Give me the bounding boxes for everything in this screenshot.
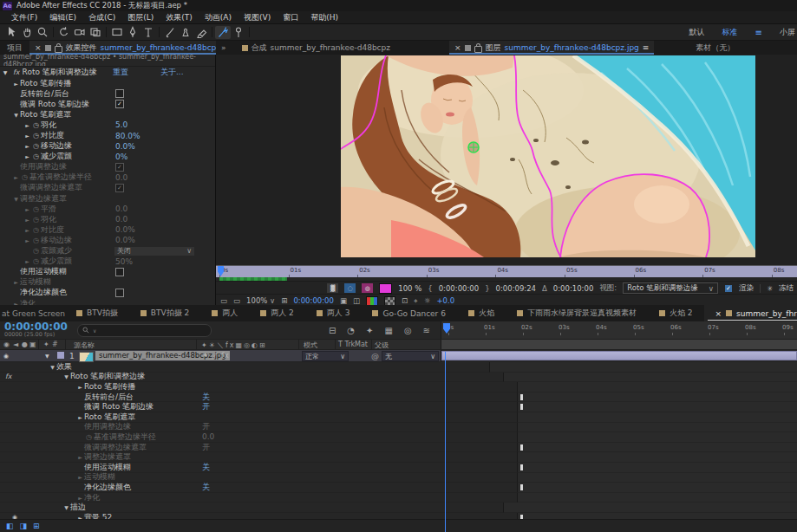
chevron-down-icon[interactable]: ▼ bbox=[45, 353, 49, 359]
alpha-opacity-value[interactable]: 100 % bbox=[398, 284, 421, 293]
duration-time[interactable]: 0:00:10:00 bbox=[553, 284, 593, 293]
property-track[interactable] bbox=[517, 452, 797, 463]
effect-property-row[interactable]: ►运动模糊 bbox=[0, 277, 215, 288]
reset-link[interactable]: 重置 bbox=[113, 67, 128, 78]
timeline-tab[interactable]: 下雨雨水绿屏背景逼真视频素材 bbox=[506, 305, 648, 321]
close-icon[interactable]: × bbox=[454, 43, 461, 52]
zoom-select[interactable]: 100% ∨ bbox=[246, 296, 275, 305]
tab-project[interactable]: 项目 bbox=[0, 42, 29, 54]
in-time[interactable]: 0:00:00:00 bbox=[439, 284, 479, 293]
effect-property-row[interactable]: ►◷减少震颤50% bbox=[0, 256, 215, 267]
timeline-property-row[interactable]: 净化边缘颜色关 bbox=[0, 483, 797, 493]
effect-property-row[interactable]: ►◷平滑0.0 bbox=[0, 204, 215, 214]
viewer-time-ruler[interactable]: 0s01s02s03s04s05s06s07s08s bbox=[216, 265, 797, 277]
viewer-canvas[interactable] bbox=[216, 55, 797, 266]
effect-property-row[interactable]: ►◷基准调整边缘半径0.0 bbox=[0, 172, 215, 183]
stopwatch-icon[interactable]: ◷ bbox=[31, 132, 41, 139]
stopwatch-icon[interactable]: ◷ bbox=[31, 121, 41, 129]
lock-icon[interactable] bbox=[55, 46, 62, 53]
layer-duration-track[interactable] bbox=[441, 350, 797, 362]
chevron-right-icon[interactable]: ► bbox=[23, 143, 31, 149]
property-checkbox[interactable] bbox=[115, 289, 124, 297]
chevron-down-icon[interactable]: ▼ bbox=[12, 112, 20, 118]
chevron-right-icon[interactable]: ► bbox=[76, 474, 84, 480]
keyframe-mark[interactable] bbox=[520, 464, 523, 470]
chevron-right-icon[interactable]: ► bbox=[23, 237, 31, 243]
effect-property-row[interactable]: 净化边缘颜色 bbox=[0, 288, 215, 298]
timeline-property-row[interactable]: ►净化 bbox=[0, 493, 797, 503]
tab-layer[interactable]: × 图层 summer_by_fhrankee-d48bcpz.jpg ≡ bbox=[449, 41, 654, 55]
brush-tool-icon[interactable] bbox=[162, 26, 178, 39]
pen-tool-icon[interactable] bbox=[125, 26, 140, 39]
timeline-tab[interactable]: 两人 2 bbox=[249, 305, 305, 321]
pan-behind-tool-icon[interactable] bbox=[88, 26, 103, 39]
layer-row[interactable]: ◉ ▼ 1 summer_by_fhrankee-d48bcpz.jpg ✦ ／… bbox=[0, 350, 797, 362]
effect-property-row[interactable]: ►◷羽化5.0 bbox=[0, 120, 215, 130]
effect-property-row[interactable]: ▼调整边缘遮罩 bbox=[0, 193, 215, 204]
property-value[interactable]: 50% bbox=[115, 257, 133, 266]
timeline-tab[interactable]: 火焰 2 bbox=[648, 305, 704, 321]
timeline-tab-active[interactable]: ×summer_by_fhrankee-d48bcpz bbox=[704, 305, 797, 321]
property-track[interactable] bbox=[517, 473, 797, 483]
always-preview-icon[interactable]: ▭ bbox=[220, 296, 227, 305]
current-time-display[interactable]: 0:00:00:00 00000 (25.00 fps) bbox=[0, 322, 77, 338]
parent-column[interactable]: 父级 bbox=[375, 341, 389, 350]
property-value[interactable]: 0.0 bbox=[115, 204, 127, 213]
menu-item[interactable]: 合成(C) bbox=[82, 12, 121, 23]
lock-icon[interactable] bbox=[474, 46, 482, 53]
property-value[interactable]: 0% bbox=[115, 152, 127, 161]
region-of-interest-icon[interactable]: ⊡ bbox=[402, 296, 408, 305]
property-value[interactable]: 0.0 bbox=[115, 173, 127, 182]
workspace-3[interactable]: 小屏 bbox=[780, 27, 795, 38]
property-toggle-value[interactable]: 关 bbox=[202, 482, 210, 493]
property-track[interactable] bbox=[489, 362, 797, 373]
timeline-property-row[interactable]: 使用运动模糊关 bbox=[0, 463, 797, 473]
property-track[interactable] bbox=[503, 503, 797, 513]
timeline-property-row[interactable]: ▼描边 bbox=[0, 503, 797, 513]
effect-property-row[interactable]: ►◷移动边缘0.0% bbox=[0, 141, 215, 152]
property-checkbox[interactable]: ✓ bbox=[115, 100, 124, 108]
chevron-right-icon[interactable]: ► bbox=[23, 153, 31, 159]
toggle-alpha-icon[interactable]: ▓ bbox=[327, 283, 338, 293]
effect-header-row[interactable]: ▼ fx Roto 笔刷和调整边缘 重置 关于... bbox=[0, 67, 215, 78]
workspace-menu-icon[interactable]: ≡ bbox=[755, 28, 762, 37]
out-time[interactable]: 0:00:09:24 bbox=[496, 284, 536, 293]
effect-property-row[interactable]: ►◷对比度0.0% bbox=[0, 224, 215, 235]
menu-item[interactable]: 视图(V) bbox=[238, 12, 277, 23]
stopwatch-icon[interactable]: ◷ bbox=[31, 257, 41, 265]
effect-property-row[interactable]: ▼Roto 笔刷遮罩 bbox=[0, 109, 215, 120]
transparency-grid-icon[interactable] bbox=[384, 296, 395, 306]
property-value[interactable]: 80.0% bbox=[115, 132, 140, 140]
mini-flowchart-icon[interactable]: ⊟ bbox=[329, 326, 336, 335]
rotation-tool-icon[interactable] bbox=[56, 26, 72, 39]
tab-composition[interactable]: 合成 summer_by_fhrankee-d48bcpz bbox=[235, 42, 397, 54]
property-track[interactable] bbox=[517, 393, 797, 403]
parent-select[interactable]: 无∨ bbox=[382, 351, 439, 361]
effect-property-row[interactable]: 使用运动模糊 bbox=[0, 267, 215, 277]
toggle-alpha-boundary-icon[interactable]: ◌ bbox=[344, 283, 356, 293]
effect-property-row[interactable]: 使用调整边缘✓ bbox=[0, 162, 215, 172]
keyframe-mark[interactable] bbox=[520, 404, 523, 410]
chevron-right-icon[interactable]: ► bbox=[76, 384, 84, 390]
property-checkbox[interactable]: ✓ bbox=[115, 184, 124, 192]
property-checkbox[interactable] bbox=[115, 268, 124, 276]
chevron-right-icon[interactable]: ► bbox=[23, 133, 31, 139]
blend-mode-select[interactable]: 正常∨ bbox=[302, 351, 349, 361]
toggle-transfer-controls-icon[interactable]: ◨ bbox=[20, 522, 28, 530]
render-checkbox[interactable]: ✓ bbox=[724, 284, 733, 293]
stopwatch-icon[interactable]: ◷ bbox=[31, 247, 41, 255]
property-track[interactable] bbox=[517, 432, 797, 443]
selection-tool-icon[interactable] bbox=[3, 26, 19, 39]
motion-blur-icon[interactable]: ◎ bbox=[404, 326, 412, 335]
tab-footage[interactable]: 素材（无） bbox=[689, 42, 741, 54]
boundary-color-swatch[interactable] bbox=[379, 283, 392, 294]
property-checkbox[interactable]: ✓ bbox=[115, 163, 124, 172]
menu-item[interactable]: 帮助(H) bbox=[304, 12, 344, 23]
layer-color-chip[interactable] bbox=[57, 352, 64, 359]
timeline-tab[interactable]: Go-Go Dancer 6 bbox=[361, 305, 457, 321]
workspace-1[interactable]: 默认 bbox=[689, 27, 705, 38]
timeline-tab[interactable]: 两人 3 bbox=[305, 305, 362, 321]
close-icon[interactable]: × bbox=[35, 43, 42, 52]
timeline-ruler[interactable]: 0s01s02s03s04s05s06s07s08s09s bbox=[441, 321, 797, 339]
effect-property-row[interactable]: 微调 Roto 笔刷边缘✓ bbox=[0, 99, 215, 109]
